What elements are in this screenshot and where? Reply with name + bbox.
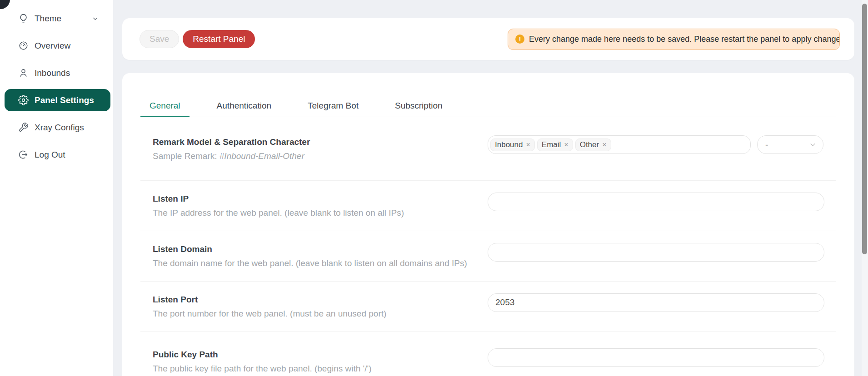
tag-inbound: Inbound × — [490, 139, 535, 151]
tab-telegram-bot[interactable]: Telegram Bot — [299, 96, 368, 117]
setting-row-listen-port: Listen Port The port number for the web … — [140, 282, 836, 332]
setting-description: The port number for the web panel. (must… — [153, 307, 386, 321]
toolbar-card: Save Restart Panel ! Every change made h… — [122, 18, 854, 60]
setting-labels: Listen Port The port number for the web … — [153, 292, 386, 321]
settings-tabs: General Authentication Telegram Bot Subs… — [140, 73, 836, 117]
sidebar-item-panel-settings[interactable]: Panel Settings — [5, 89, 110, 111]
user-icon — [18, 68, 29, 78]
remove-tag-icon[interactable]: × — [564, 141, 568, 148]
save-button[interactable]: Save — [140, 30, 179, 48]
setting-title: Listen Domain — [153, 242, 467, 256]
setting-title: Listen IP — [153, 192, 404, 206]
setting-controls — [488, 348, 824, 367]
panel-settings-card: General Authentication Telegram Bot Subs… — [122, 73, 854, 376]
tag-email: Email × — [537, 139, 573, 151]
setting-labels: Remark Model & Separation Character Samp… — [153, 135, 310, 163]
sidebar-item-logout[interactable]: Log Out — [5, 143, 110, 166]
dashboard-icon — [18, 40, 29, 51]
tab-authentication[interactable]: Authentication — [208, 96, 280, 117]
tag-label: Inbound — [495, 140, 523, 149]
sample-remark-prefix: Sample Remark: — [153, 151, 219, 161]
public-key-path-input[interactable] — [488, 348, 824, 367]
remove-tag-icon[interactable]: × — [602, 141, 606, 148]
remove-tag-icon[interactable]: × — [526, 141, 530, 148]
setting-description: The public key file path for the web pan… — [153, 361, 371, 376]
sidebar-item-label: Xray Configs — [35, 123, 84, 133]
sidebar-item-label: Log Out — [35, 150, 65, 160]
setting-description: The IP address for the web panel. (leave… — [153, 206, 404, 220]
tag-other: Other × — [575, 139, 611, 151]
warning-icon: ! — [515, 35, 524, 44]
tag-label: Email — [542, 140, 561, 149]
setting-controls — [488, 243, 824, 262]
sidebar-menu: Theme Overview Inbounds Panel Settings — [0, 0, 113, 166]
sidebar-item-overview[interactable]: Overview — [5, 35, 110, 57]
listen-ip-input[interactable] — [488, 193, 824, 211]
tab-general[interactable]: General — [140, 96, 190, 117]
separator-value: - — [765, 140, 768, 150]
setting-title: Remark Model & Separation Character — [153, 135, 310, 149]
restart-panel-button[interactable]: Restart Panel — [183, 30, 255, 48]
sidebar-item-label: Overview — [35, 41, 70, 51]
remark-model-multiselect[interactable]: Inbound × Email × Other × — [488, 135, 751, 154]
setting-controls — [488, 193, 824, 211]
sidebar-item-label: Inbounds — [35, 68, 70, 78]
setting-controls — [488, 293, 824, 312]
main-content: Save Restart Panel ! Every change made h… — [113, 0, 868, 376]
setting-row-listen-ip: Listen IP The IP address for the web pan… — [140, 181, 836, 231]
sidebar-item-label: Panel Settings — [35, 95, 94, 105]
setting-row-remark-model: Remark Model & Separation Character Samp… — [140, 117, 836, 181]
setting-row-public-key-path: Public Key Path The public key file path… — [140, 332, 836, 376]
setting-title: Public Key Path — [153, 347, 371, 361]
setting-labels: Public Key Path The public key file path… — [153, 347, 371, 376]
separator-select[interactable]: - — [757, 135, 823, 154]
setting-title: Listen Port — [153, 292, 386, 307]
listen-port-input[interactable] — [488, 293, 824, 312]
sidebar-item-inbounds[interactable]: Inbounds — [5, 62, 110, 84]
setting-controls: Inbound × Email × Other × - — [488, 135, 824, 154]
setting-row-listen-domain: Listen Domain The domain name for the we… — [140, 231, 836, 282]
setting-labels: Listen Domain The domain name for the we… — [153, 242, 467, 270]
general-settings-form: Remark Model & Separation Character Samp… — [140, 117, 836, 376]
setting-labels: Listen IP The IP address for the web pan… — [153, 192, 404, 220]
chevron-down-icon — [809, 141, 817, 148]
sidebar-item-label: Theme — [35, 14, 61, 24]
chevron-down-icon — [92, 15, 99, 22]
setting-description: Sample Remark: #Inbound-Email-Other — [153, 149, 310, 163]
scrollbar-thumb[interactable] — [862, 4, 867, 254]
gear-icon — [18, 95, 29, 105]
sample-remark-value: #Inbound-Email-Other — [219, 151, 304, 161]
tab-subscription[interactable]: Subscription — [386, 96, 452, 117]
setting-description: The domain name for the web panel. (leav… — [153, 256, 467, 270]
tag-label: Other — [580, 140, 599, 149]
sidebar-item-xray-configs[interactable]: Xray Configs — [5, 116, 110, 139]
listen-domain-input[interactable] — [488, 243, 824, 262]
logout-icon — [18, 149, 29, 160]
alert-message: Every change made here needs to be saved… — [529, 35, 840, 44]
restart-warning-alert: ! Every change made here needs to be sav… — [508, 29, 840, 50]
wrench-icon — [18, 122, 29, 133]
scrollbar-track[interactable] — [862, 0, 868, 376]
sidebar: Theme Overview Inbounds Panel Settings — [0, 0, 113, 376]
lightbulb-icon — [18, 13, 29, 24]
sidebar-item-theme[interactable]: Theme — [5, 7, 110, 30]
